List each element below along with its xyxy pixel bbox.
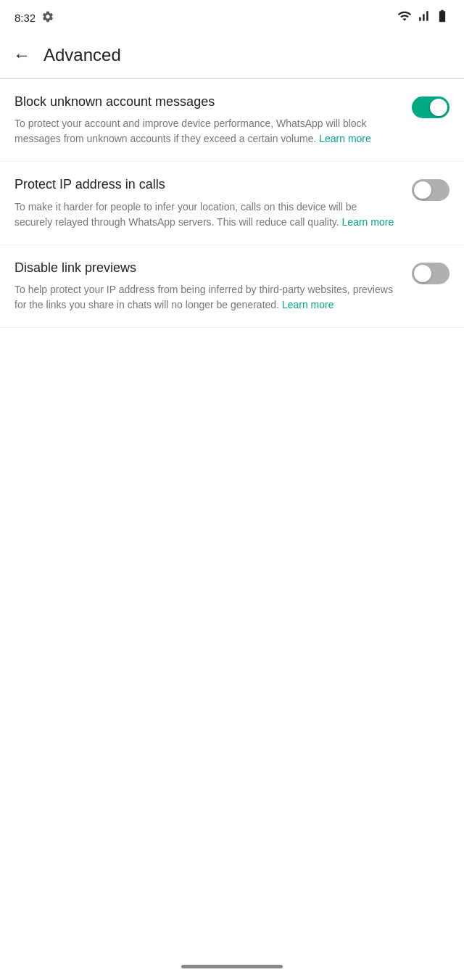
setting-description-block-unknown: To protect your account and improve devi…	[14, 116, 397, 147]
status-right	[397, 9, 450, 26]
toggle-container-block-unknown	[412, 94, 450, 118]
toggle-protect-ip[interactable]	[412, 179, 450, 201]
signal-icon	[416, 9, 431, 26]
setting-title-protect-ip: Protect IP address in calls	[14, 176, 397, 193]
toggle-block-unknown[interactable]	[412, 96, 450, 118]
status-bar: 8:32	[0, 0, 464, 32]
setting-title-disable-link-previews: Disable link previews	[14, 260, 397, 276]
setting-item-disable-link-previews: Disable link previews To help protect yo…	[0, 245, 464, 328]
gear-icon	[41, 10, 54, 25]
learn-more-link-protect-ip[interactable]: Learn more	[342, 216, 394, 228]
learn-more-link-disable-link-previews[interactable]: Learn more	[282, 299, 334, 310]
learn-more-link-block-unknown[interactable]: Learn more	[319, 133, 371, 144]
toggle-thumb-protect-ip	[414, 181, 431, 199]
toolbar: ← Advanced	[0, 32, 464, 78]
page-title: Advanced	[44, 45, 121, 65]
setting-text-protect-ip: Protect IP address in calls To make it h…	[14, 176, 412, 229]
wifi-icon	[397, 9, 412, 26]
setting-description-disable-link-previews: To help protect your IP address from bei…	[14, 282, 397, 313]
back-arrow-icon: ←	[13, 45, 30, 65]
setting-title-block-unknown: Block unknown account messages	[14, 94, 397, 110]
toggle-thumb-disable-link-previews	[414, 265, 431, 282]
settings-content: Block unknown account messages To protec…	[0, 79, 464, 328]
setting-text-block-unknown: Block unknown account messages To protec…	[14, 94, 412, 147]
setting-text-disable-link-previews: Disable link previews To help protect yo…	[14, 260, 412, 313]
setting-item-protect-ip: Protect IP address in calls To make it h…	[0, 162, 464, 244]
setting-description-protect-ip: To make it harder for people to infer yo…	[14, 199, 397, 230]
battery-icon	[435, 9, 450, 26]
toggle-thumb-block-unknown	[430, 99, 447, 116]
home-indicator	[181, 965, 283, 968]
toggle-container-disable-link-previews	[412, 260, 450, 284]
setting-item-block-unknown: Block unknown account messages To protec…	[0, 79, 464, 162]
toggle-container-protect-ip	[412, 176, 450, 201]
status-time: 8:32	[14, 12, 36, 24]
status-left: 8:32	[14, 10, 54, 25]
back-button[interactable]: ←	[6, 39, 38, 71]
toggle-disable-link-previews[interactable]	[412, 263, 450, 284]
